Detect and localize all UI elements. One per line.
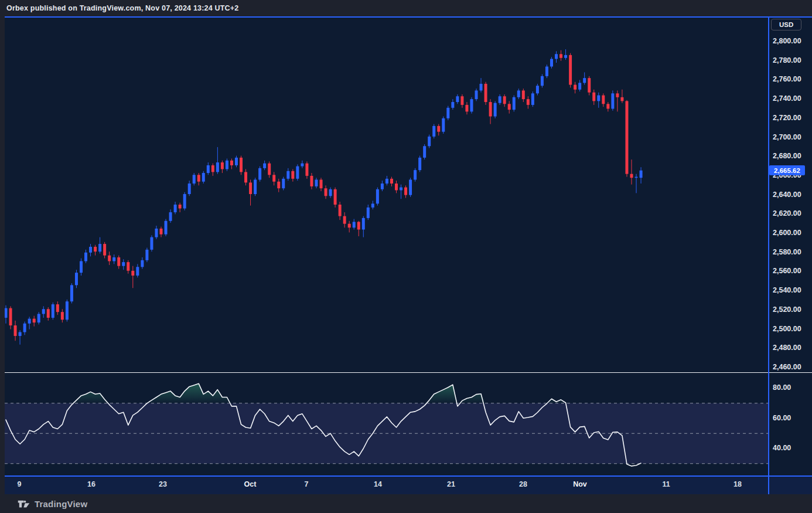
- candle: [263, 161, 266, 170]
- candle: [136, 264, 139, 277]
- candle: [315, 178, 318, 188]
- pane-separator[interactable]: [5, 372, 812, 373]
- candle: [583, 72, 586, 84]
- candle: [141, 257, 144, 269]
- candle: [291, 169, 294, 181]
- price-axis-label: 2,800.00: [773, 37, 801, 45]
- price-axis-label: 2,780.00: [773, 56, 801, 64]
- currency-button[interactable]: USD: [771, 19, 801, 30]
- candle: [188, 181, 191, 196]
- time-axis-label: 14: [374, 480, 382, 488]
- rsi-axis-label: 80.00: [773, 383, 791, 392]
- candle: [357, 221, 360, 236]
- candle: [428, 135, 431, 148]
- candle: [202, 171, 205, 184]
- candle: [597, 93, 600, 108]
- candle: [432, 124, 435, 139]
- candle: [19, 330, 22, 345]
- time-axis-label-month: Nov: [573, 480, 587, 488]
- candle: [470, 97, 473, 114]
- price-axis-label: 2,720.00: [773, 114, 801, 122]
- candle: [174, 202, 177, 214]
- candle: [52, 303, 54, 320]
- candle: [9, 306, 12, 329]
- candle: [485, 82, 487, 105]
- candle: [385, 176, 388, 185]
- candle: [574, 82, 576, 94]
- candle: [23, 322, 26, 335]
- rsi-bottom-border: [5, 475, 812, 477]
- candle: [179, 203, 182, 212]
- chart-canvas[interactable]: [0, 0, 812, 513]
- candle: [5, 305, 8, 324]
- candle: [320, 178, 323, 191]
- candle: [489, 99, 492, 124]
- tradingview-brand: TradingView: [35, 499, 87, 509]
- candle: [569, 53, 572, 88]
- candle: [211, 164, 214, 176]
- candle: [362, 216, 365, 237]
- rsi-pane[interactable]: [5, 383, 768, 466]
- candle: [197, 173, 200, 185]
- candle: [611, 90, 614, 110]
- candle: [80, 259, 83, 276]
- candle: [272, 172, 275, 185]
- candle: [117, 256, 120, 269]
- candle: [400, 185, 402, 199]
- price-axis-label: 2,600.00: [773, 229, 801, 237]
- rsi-axis-label: 40.00: [773, 444, 791, 452]
- candle: [437, 124, 440, 136]
- candle: [442, 117, 445, 134]
- time-axis-label-month: Oct: [244, 480, 257, 488]
- candle: [240, 156, 243, 175]
- candle: [353, 219, 356, 230]
- candle: [531, 91, 534, 107]
- candle: [254, 178, 257, 196]
- candle: [334, 188, 337, 208]
- candle: [37, 312, 40, 324]
- rsi-axis-label: 60.00: [773, 414, 791, 422]
- candle: [325, 185, 327, 199]
- tradingview-attribution[interactable]: TradingView: [18, 498, 87, 509]
- candle: [150, 235, 153, 252]
- candle: [588, 76, 591, 96]
- price-axis-label: 2,620.00: [773, 209, 801, 218]
- candle: [555, 51, 558, 63]
- rsi-overbought-area: [6, 383, 641, 403]
- price-axis-label: 2,520.00: [773, 305, 801, 314]
- candle: [282, 177, 285, 191]
- candle: [183, 192, 186, 210]
- candle: [56, 301, 59, 315]
- price-pane[interactable]: [5, 49, 643, 345]
- candle: [216, 147, 219, 174]
- price-axis-label: 2,700.00: [773, 133, 801, 141]
- candle: [89, 244, 92, 256]
- candle: [635, 174, 638, 193]
- candle: [112, 254, 115, 264]
- candle: [508, 101, 511, 113]
- candle: [343, 212, 346, 227]
- candle: [339, 202, 342, 220]
- time-axis-label: 16: [87, 480, 95, 488]
- price-axis-label: 2,640.00: [773, 191, 801, 199]
- candle: [513, 96, 516, 112]
- candle: [310, 173, 313, 189]
- price-axis-label: 2,740.00: [773, 94, 801, 103]
- candle: [503, 94, 506, 107]
- candle: [14, 321, 17, 341]
- candle: [165, 219, 168, 236]
- candle: [84, 250, 87, 263]
- candle: [75, 270, 78, 288]
- price-axis-border: [768, 16, 769, 494]
- candle: [446, 106, 449, 121]
- time-axis-label: 11: [662, 480, 670, 488]
- time-axis-label: 23: [159, 480, 167, 488]
- candle: [423, 144, 426, 159]
- candle: [108, 252, 111, 265]
- candle: [616, 90, 619, 111]
- candle: [381, 181, 384, 191]
- time-axis-label: 18: [733, 480, 742, 488]
- candle: [103, 242, 106, 259]
- candle: [329, 188, 332, 198]
- candle: [221, 161, 224, 173]
